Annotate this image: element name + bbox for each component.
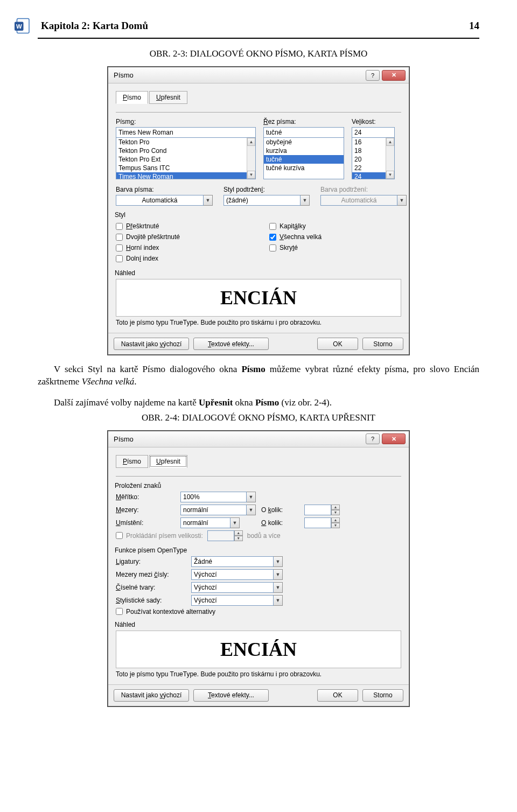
ligatures-combo[interactable]: Žádné ▼ bbox=[191, 556, 283, 567]
ok-button[interactable]: OK bbox=[317, 689, 358, 702]
dialog-title: Písmo bbox=[114, 71, 364, 79]
scrollbar[interactable]: ▲ ▼ bbox=[386, 138, 394, 179]
chevron-down-icon[interactable]: ▼ bbox=[274, 556, 283, 567]
checkbox-strikethrough[interactable]: Přeškrtnuté bbox=[116, 222, 248, 230]
cancel-button[interactable]: Storno bbox=[362, 338, 403, 350]
scrollbar[interactable]: ▲ ▼ bbox=[247, 138, 255, 179]
number-forms-combo[interactable]: Výchozí ▼ bbox=[191, 582, 283, 593]
spin-up-icon: ▲ bbox=[234, 530, 243, 536]
spin-up-icon[interactable]: ▲ bbox=[331, 517, 340, 523]
close-button[interactable]: ✕ bbox=[382, 70, 406, 81]
figure-caption-23: OBR. 2-3: DIALOGOVÉ OKNO PÍSMO, KARTA PÍ… bbox=[38, 48, 479, 59]
checkbox-smallcaps[interactable]: Kapitálky bbox=[269, 222, 401, 230]
titlebar[interactable]: Písmo ? ✕ bbox=[108, 431, 409, 447]
chevron-down-icon[interactable]: ▼ bbox=[301, 195, 310, 206]
checkbox-subscript[interactable]: Dolní index bbox=[116, 255, 248, 262]
preview-box: ENCIÁN bbox=[116, 279, 401, 317]
figure-caption-24: OBR. 2-4: DIALOGOVÉ OKNO PÍSMO, KARTA UP… bbox=[38, 412, 479, 423]
chevron-down-icon[interactable]: ▼ bbox=[204, 195, 213, 206]
list-item[interactable]: Times New Roman bbox=[116, 172, 255, 179]
ok-button[interactable]: OK bbox=[317, 338, 358, 350]
close-button[interactable]: ✕ bbox=[382, 433, 406, 444]
style-listbox[interactable]: obyčejné kurzíva tučné tučné kurzíva bbox=[263, 137, 344, 179]
checkbox-allcaps[interactable]: Všechna velká bbox=[269, 233, 401, 241]
underline-color-combo: Automatická ▼ bbox=[320, 195, 407, 206]
checkbox-kerning[interactable]: Prokládání písem velikosti: bbox=[116, 532, 203, 540]
chevron-down-icon[interactable]: ▼ bbox=[274, 569, 283, 580]
scale-label: Měřítko: bbox=[116, 493, 175, 501]
list-item[interactable]: obyčejné bbox=[264, 138, 344, 146]
position-by-spinner[interactable]: ▲▼ bbox=[304, 517, 342, 528]
stylistic-sets-combo[interactable]: Výchozí ▼ bbox=[191, 595, 283, 606]
tab-advanced[interactable]: Upřesnit bbox=[149, 455, 187, 468]
checkbox-superscript[interactable]: Horní index bbox=[116, 244, 248, 251]
cancel-button[interactable]: Storno bbox=[362, 689, 403, 702]
doc-header: W Kapitola 2: Karta Domů 14 bbox=[38, 16, 479, 39]
by-label-1: O kolik: bbox=[261, 506, 299, 514]
chevron-down-icon[interactable]: ▼ bbox=[274, 595, 283, 606]
style-input[interactable] bbox=[263, 127, 344, 138]
scroll-down-icon[interactable]: ▼ bbox=[386, 171, 394, 179]
size-input[interactable] bbox=[352, 127, 395, 138]
chevron-down-icon[interactable]: ▼ bbox=[247, 492, 256, 502]
set-default-button[interactable]: Nastavit jako výchozí bbox=[114, 689, 189, 702]
scroll-up-icon[interactable]: ▲ bbox=[386, 138, 394, 146]
list-item[interactable]: tučné bbox=[264, 155, 344, 164]
tab-font[interactable]: Písmo bbox=[116, 91, 148, 104]
spin-up-icon[interactable]: ▲ bbox=[331, 505, 340, 510]
kerning-spinner: ▲▼ bbox=[207, 530, 243, 541]
ligatures-label: Ligatury: bbox=[116, 558, 186, 565]
checkbox-double-strike[interactable]: Dvojitě přeškrtnuté bbox=[116, 233, 248, 241]
preview-label: Náhled bbox=[115, 269, 401, 277]
style-label: Řez písma: bbox=[263, 118, 344, 125]
font-dialog-advanced: Písmo ? ✕ Písmo Upřesnit Proložení znaků… bbox=[108, 431, 409, 706]
word-icon: W bbox=[13, 16, 32, 36]
number-spacing-label: Mezery mezi čísly: bbox=[116, 571, 186, 578]
dialog-title: Písmo bbox=[114, 435, 364, 443]
list-item[interactable]: Tempus Sans ITC bbox=[116, 164, 255, 172]
tab-font[interactable]: Písmo bbox=[116, 455, 148, 468]
font-color-label: Barva písma: bbox=[116, 186, 213, 193]
font-color-combo[interactable]: Automatická ▼ bbox=[116, 195, 213, 206]
chevron-down-icon[interactable]: ▼ bbox=[274, 582, 283, 593]
spin-down-icon[interactable]: ▼ bbox=[331, 510, 340, 515]
underline-style-combo[interactable]: (žádné) ▼ bbox=[223, 195, 310, 206]
spin-down-icon[interactable]: ▼ bbox=[331, 523, 340, 528]
list-item[interactable]: kurzíva bbox=[264, 146, 344, 155]
position-combo[interactable]: normální ▼ bbox=[180, 517, 240, 528]
number-spacing-combo[interactable]: Výchozí ▼ bbox=[191, 569, 283, 580]
list-item[interactable]: tučné kurzíva bbox=[264, 164, 344, 172]
font-dialog: Písmo ? ✕ Písmo Upřesnit Písmo: Tekton P… bbox=[108, 67, 409, 355]
help-button[interactable]: ? bbox=[366, 70, 380, 81]
help-button[interactable]: ? bbox=[366, 433, 380, 444]
spacing-by-spinner[interactable]: ▲▼ bbox=[304, 505, 342, 515]
stylistic-sets-label: Stylistické sady: bbox=[116, 597, 186, 604]
font-input[interactable] bbox=[116, 127, 256, 138]
list-item[interactable]: Tekton Pro bbox=[116, 138, 255, 146]
font-listbox[interactable]: Tekton Pro Tekton Pro Cond Tekton Pro Ex… bbox=[116, 137, 256, 179]
preview-note: Toto je písmo typu TrueType. Bude použit… bbox=[116, 670, 401, 678]
scroll-up-icon[interactable]: ▲ bbox=[247, 138, 255, 146]
size-listbox[interactable]: 16 18 20 22 24 ▲ ▼ bbox=[352, 137, 395, 179]
preview-box: ENCIÁN bbox=[116, 631, 401, 668]
set-default-button[interactable]: Nastavit jako výchozí bbox=[114, 338, 189, 350]
chevron-down-icon[interactable]: ▼ bbox=[230, 517, 240, 528]
checkbox-hidden[interactable]: Skryté bbox=[269, 244, 401, 251]
checkbox-contextual-alts[interactable]: Používat kontextové alternativy bbox=[116, 608, 401, 615]
spacing-label: Mezery: bbox=[116, 506, 175, 514]
titlebar[interactable]: Písmo ? ✕ bbox=[108, 67, 409, 83]
kerning-unit-label: bodů a více bbox=[247, 532, 281, 540]
scroll-down-icon[interactable]: ▼ bbox=[247, 171, 255, 179]
preview-note: Toto je písmo typu TrueType. Bude použit… bbox=[116, 319, 401, 326]
page-number: 14 bbox=[469, 20, 479, 32]
chevron-down-icon[interactable]: ▼ bbox=[247, 505, 256, 515]
tab-advanced[interactable]: Upřesnit bbox=[149, 91, 187, 104]
text-effects-button[interactable]: Textové efekty... bbox=[193, 689, 269, 702]
text-effects-button[interactable]: Textové efekty... bbox=[193, 338, 269, 350]
preview-text: ENCIÁN bbox=[220, 638, 297, 661]
scale-combo[interactable]: 100% ▼ bbox=[180, 492, 256, 502]
effects-label: Styl bbox=[115, 211, 401, 219]
list-item[interactable]: Tekton Pro Ext bbox=[116, 155, 255, 164]
list-item[interactable]: Tekton Pro Cond bbox=[116, 146, 255, 155]
spacing-combo[interactable]: normální ▼ bbox=[180, 505, 256, 515]
